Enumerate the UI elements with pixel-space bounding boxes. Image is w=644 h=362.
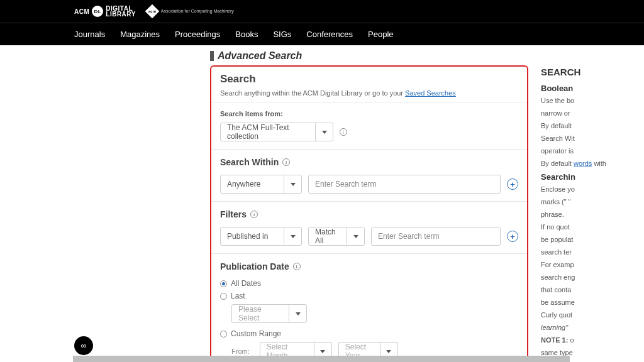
tips-text: If no quot: [541, 223, 635, 231]
acm-text: ACM: [74, 8, 89, 15]
chevron-down-icon[interactable]: [315, 123, 333, 141]
nav-conferences[interactable]: Conferences: [306, 30, 353, 39]
last-period-value: Please Select: [232, 305, 289, 322]
tips-text: be populat: [541, 236, 635, 243]
tips-text: Use the bo: [541, 97, 635, 104]
nav-books[interactable]: Books: [235, 30, 258, 39]
search-subtext: Search anything within the ACM Digital L…: [220, 89, 518, 97]
title-bar-icon: [210, 51, 214, 61]
last-period-select[interactable]: Please Select: [231, 304, 307, 323]
dl-circle-icon: DL: [92, 6, 103, 17]
add-filter-button[interactable]: +: [507, 231, 518, 242]
all-dates-label: All Dates: [231, 279, 261, 288]
tips-text: search ter: [541, 248, 635, 256]
tips-text: By default words with: [541, 160, 635, 167]
tips-text: narrow or: [541, 109, 635, 117]
primary-nav: Journals Magazines Proceedings Books SIG…: [0, 23, 644, 45]
search-items-from-value: The ACM Full-Text collection: [221, 123, 315, 141]
search-within-select[interactable]: Anywhere: [220, 175, 302, 194]
info-icon[interactable]: i: [340, 128, 347, 136]
page-title: Advanced Search: [218, 50, 302, 62]
add-search-term-button[interactable]: +: [507, 178, 518, 190]
top-bar: ACM DL DIGITAL LIBRARY acm Association f…: [0, 0, 644, 23]
nav-people[interactable]: People: [368, 30, 393, 39]
tips-text: Curly quot: [541, 311, 635, 319]
search-form-card: Search Search anything within the ACM Di…: [210, 65, 528, 362]
nav-sigs[interactable]: SIGs: [273, 30, 291, 39]
last-label: Last: [231, 292, 245, 300]
accessibility-icon: ∞: [81, 341, 87, 350]
page-title-row: Advanced Search: [210, 45, 635, 65]
chevron-down-icon[interactable]: [347, 228, 364, 245]
filter-match-value: Match All: [309, 228, 347, 245]
nav-magazines[interactable]: Magazines: [120, 30, 160, 39]
custom-range-label: Custom Range: [231, 329, 281, 338]
info-icon[interactable]: i: [282, 158, 290, 166]
tips-text: For examp: [541, 261, 635, 268]
radio-last[interactable]: [220, 293, 227, 300]
tips-text: be assume: [541, 299, 635, 306]
search-within-value: Anywhere: [221, 180, 284, 189]
tips-heading: SEARCH: [541, 67, 635, 77]
info-icon[interactable]: i: [250, 211, 258, 218]
bottom-shadow: [73, 356, 570, 362]
search-heading: Search: [220, 73, 518, 85]
filter-field-value: Published in: [221, 232, 284, 241]
info-icon[interactable]: i: [293, 263, 301, 270]
filters-title: Filters: [220, 209, 247, 219]
filter-field-select[interactable]: Published in: [220, 227, 302, 246]
radio-custom-range[interactable]: [220, 331, 227, 337]
from-label: From:: [231, 348, 250, 355]
search-within-input[interactable]: [308, 175, 501, 194]
tips-text: marks (" ": [541, 198, 635, 206]
boolean-heading: Boolean: [541, 84, 635, 93]
tips-text: operator is: [541, 147, 635, 155]
tips-text: learning": [541, 324, 635, 331]
acm-org-text: Association for Computing Machinery: [161, 9, 234, 14]
tips-text: that conta: [541, 286, 635, 293]
radio-all-dates[interactable]: [220, 280, 227, 287]
search-tips-panel: SEARCH Boolean Use the bo narrow or By d…: [541, 65, 635, 362]
search-within-title: Search Within: [220, 157, 279, 167]
tips-text: Enclose yo: [541, 185, 635, 193]
library-text: LIBRARY: [106, 11, 136, 17]
filter-match-select[interactable]: Match All: [308, 227, 365, 246]
search-items-from-label: Search items from:: [220, 110, 518, 118]
nav-journals[interactable]: Journals: [74, 30, 105, 39]
tips-text: phrase.: [541, 211, 635, 218]
chevron-down-icon[interactable]: [284, 175, 301, 193]
search-items-from-select[interactable]: The ACM Full-Text collection: [220, 123, 333, 141]
acm-dl-logo[interactable]: ACM DL DIGITAL LIBRARY: [74, 6, 136, 17]
tips-text: Search Wit: [541, 134, 635, 142]
stop-words-link[interactable]: words: [574, 160, 592, 167]
acm-diamond-icon: acm: [145, 4, 160, 19]
nav-proceedings[interactable]: Proceedings: [175, 30, 220, 39]
tips-text: NOTE 1: o: [541, 336, 635, 344]
searching-heading: Searchin: [541, 172, 635, 182]
saved-searches-link[interactable]: Saved Searches: [405, 89, 456, 97]
chevron-down-icon[interactable]: [284, 228, 301, 245]
tips-text: search eng: [541, 273, 635, 281]
accessibility-widget-button[interactable]: ∞: [74, 336, 93, 355]
tips-text: By default: [541, 122, 635, 129]
acm-org-logo[interactable]: acm Association for Computing Machinery: [147, 6, 234, 16]
pubdate-title: Publication Date: [220, 261, 289, 272]
filter-term-input[interactable]: [371, 227, 501, 246]
chevron-down-icon[interactable]: [289, 305, 306, 322]
